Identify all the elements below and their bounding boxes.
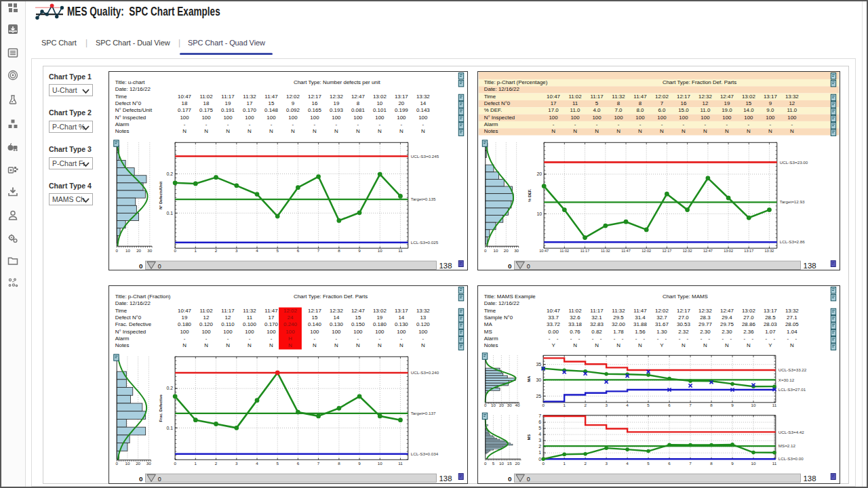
svg-text:11:32: 11:32	[612, 94, 625, 100]
svg-text:12:17: 12:17	[662, 249, 671, 253]
svg-text:19: 19	[724, 100, 730, 106]
svg-text:10:47: 10:47	[178, 308, 191, 314]
svg-text:11:02: 11:02	[199, 94, 213, 100]
svg-text:0.175: 0.175	[199, 107, 213, 113]
svg-text:11:17: 11:17	[590, 94, 604, 100]
svg-text:14: 14	[333, 314, 339, 321]
svg-text:-: -	[752, 336, 754, 342]
svg-text:-: -	[795, 336, 797, 342]
svg-text:13:32: 13:32	[765, 249, 774, 253]
svg-text:30.53: 30.53	[677, 321, 690, 327]
svg-text:1: 1	[195, 248, 197, 253]
svg-text:N: N	[595, 342, 599, 348]
svg-text:30: 30	[536, 378, 541, 382]
svg-text:12:47: 12:47	[720, 308, 734, 314]
svg-text:Alarm: Alarm	[484, 336, 498, 342]
svg-text:138: 138	[439, 262, 452, 270]
svg-text:-: -	[592, 336, 594, 342]
svg-text:Frac. Defective: Frac. Defective	[115, 321, 152, 327]
svg-text:12:47: 12:47	[351, 308, 365, 314]
svg-text:138: 138	[439, 474, 452, 483]
svg-text:12:02: 12:02	[283, 308, 297, 314]
svg-text:N: N	[573, 342, 577, 348]
svg-text:Chart Type: MAMS: Chart Type: MAMS	[663, 293, 708, 300]
svg-text:N: N	[682, 342, 686, 348]
svg-text:6: 6	[668, 461, 671, 466]
svg-text:0.180: 0.180	[373, 321, 387, 327]
svg-text:-: -	[549, 336, 551, 342]
svg-text:19: 19	[333, 100, 339, 106]
svg-text:-: -	[766, 336, 768, 342]
svg-text:12:02: 12:02	[642, 249, 651, 253]
svg-text:14.0: 14.0	[743, 107, 754, 113]
svg-text:32.6: 32.6	[570, 314, 580, 321]
svg-text:29.5: 29.5	[613, 314, 624, 321]
svg-text:100: 100	[180, 329, 189, 335]
svg-text:Y: Y	[768, 342, 772, 348]
svg-text:Target=12.93: Target=12.93	[780, 199, 805, 204]
svg-text:N: N	[399, 342, 403, 348]
svg-text:0: 0	[484, 461, 487, 466]
svg-text:1.30: 1.30	[656, 329, 667, 335]
svg-text:100: 100	[722, 115, 732, 121]
svg-text:-: -	[314, 336, 316, 342]
svg-text:100: 100	[657, 115, 667, 121]
svg-text:0.130: 0.130	[330, 321, 343, 327]
svg-text:12:17: 12:17	[308, 308, 321, 314]
svg-text:28.05: 28.05	[785, 321, 799, 327]
svg-text:7: 7	[689, 403, 692, 407]
svg-text:12:32: 12:32	[698, 94, 712, 100]
svg-text:12:02: 12:02	[286, 94, 300, 100]
svg-text:0.1: 0.1	[167, 426, 174, 430]
svg-text:16: 16	[312, 100, 318, 106]
svg-text:-: -	[249, 121, 251, 127]
svg-text:0.120: 0.120	[416, 321, 430, 327]
svg-text:13: 13	[420, 314, 426, 321]
svg-text:8: 8	[710, 403, 713, 407]
svg-text:100: 100	[223, 329, 233, 335]
svg-text:Target=0.135: Target=0.135	[411, 197, 436, 201]
svg-text:Notes: Notes	[484, 342, 498, 348]
svg-text:3: 3	[235, 461, 238, 466]
svg-text:Title: u-chart: Title: u-chart	[115, 79, 146, 85]
svg-text:-: -	[614, 336, 616, 342]
svg-text:0: 0	[527, 263, 530, 270]
svg-text:11:47: 11:47	[633, 94, 647, 100]
svg-text:28.86: 28.86	[742, 321, 755, 327]
svg-text:6.0: 6.0	[658, 107, 666, 113]
svg-text:100: 100	[418, 329, 428, 335]
svg-text:16: 16	[681, 100, 687, 106]
svg-text:3: 3	[538, 438, 541, 443]
svg-text:0: 0	[508, 262, 512, 270]
svg-text:-: -	[401, 121, 403, 127]
svg-text:4: 4	[538, 432, 541, 436]
svg-text:2.30: 2.30	[700, 329, 711, 335]
svg-text:N° Defects/Unit: N° Defects/Unit	[159, 182, 163, 209]
svg-text:0: 0	[174, 248, 176, 253]
svg-text:0: 0	[139, 475, 143, 483]
svg-text:N: N	[747, 342, 751, 348]
svg-text:-: -	[314, 121, 316, 127]
svg-text:13:17: 13:17	[395, 94, 408, 100]
svg-text:10: 10	[125, 248, 130, 253]
svg-text:100: 100	[744, 115, 753, 121]
svg-text:15: 15	[355, 314, 361, 321]
svg-text:11:17: 11:17	[590, 308, 604, 314]
svg-text:11:17: 11:17	[221, 94, 235, 100]
svg-text:Frac. Defective: Frac. Defective	[159, 394, 163, 422]
svg-text:0.76: 0.76	[570, 329, 580, 335]
svg-text:10: 10	[494, 248, 498, 253]
svg-text:4.0: 4.0	[593, 107, 601, 113]
svg-text:6: 6	[668, 403, 671, 407]
svg-text:12: 12	[203, 314, 210, 321]
svg-text:0: 0	[115, 461, 118, 466]
svg-text:Title: MAMS Example: Title: MAMS Example	[484, 293, 536, 300]
svg-text:11:17: 11:17	[221, 308, 235, 314]
svg-text:100: 100	[285, 329, 295, 335]
svg-text:-: -	[596, 121, 598, 127]
svg-text:13:32: 13:32	[785, 94, 799, 100]
svg-text:-: -	[578, 336, 580, 342]
svg-text:100: 100	[766, 115, 775, 121]
svg-text:100: 100	[418, 115, 428, 121]
svg-text:6: 6	[297, 248, 300, 253]
